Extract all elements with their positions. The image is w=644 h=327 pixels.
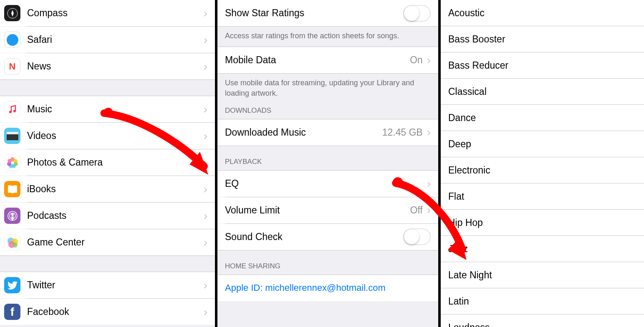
settings-panel: Compass › Safari › N News › Music › Vide… xyxy=(0,0,217,327)
apple-id-link[interactable]: Apple ID: michellerennex@hotmail.com xyxy=(225,282,386,293)
chevron-right-icon: › xyxy=(204,156,207,169)
chevron-right-icon: › xyxy=(427,54,431,67)
settings-row-safari[interactable]: Safari › xyxy=(0,27,215,53)
settings-label: iBooks xyxy=(27,183,204,195)
settings-row-twitter[interactable]: Twitter › xyxy=(0,272,215,298)
row-label: Show Star Ratings xyxy=(225,7,403,19)
settings-label: Photos & Camera xyxy=(27,157,204,168)
settings-row-gamecenter[interactable]: Game Center › xyxy=(0,229,215,255)
preset-label: Latin xyxy=(448,296,469,307)
svg-marker-1 xyxy=(11,10,14,17)
preset-label: Electronic xyxy=(448,165,490,176)
row-label: EQ xyxy=(225,178,427,189)
settings-label: Facebook xyxy=(27,306,204,317)
apple-id-row[interactable]: Apple ID: michellerennex@hotmail.com xyxy=(217,275,438,301)
eq-presets-panel: Acoustic Bass Booster Bass Reducer Class… xyxy=(441,0,644,327)
settings-row-photos[interactable]: Photos & Camera › xyxy=(0,149,215,176)
svg-rect-8 xyxy=(7,134,18,140)
preset-label: Loudness xyxy=(448,322,490,327)
preset-label: Acoustic xyxy=(448,7,484,19)
preset-label: Hip Hop xyxy=(448,217,483,228)
preset-label: Flat xyxy=(448,191,464,202)
settings-label: Videos xyxy=(27,130,204,141)
eq-preset-hip-hop[interactable]: Hip Hop xyxy=(441,210,644,236)
settings-row-facebook[interactable]: f Facebook › xyxy=(0,299,215,325)
settings-label: Podcasts xyxy=(27,210,204,221)
videos-icon xyxy=(4,128,20,144)
section-gap xyxy=(0,255,215,272)
settings-row-news[interactable]: N News › xyxy=(0,53,215,79)
row-label: Mobile Data xyxy=(225,54,410,66)
chevron-right-icon: › xyxy=(204,183,207,196)
eq-row[interactable]: EQ › xyxy=(217,171,438,197)
settings-label: Music xyxy=(27,104,204,115)
home-sharing-header: HOME SHARING xyxy=(217,250,438,275)
downloads-header: DOWNLOADS xyxy=(217,104,438,119)
music-settings-panel: Show Star Ratings Access star ratings fr… xyxy=(217,0,441,327)
settings-label: News xyxy=(27,61,204,72)
preset-label: Bass Booster xyxy=(448,34,505,45)
ibooks-icon xyxy=(4,181,20,197)
photos-icon xyxy=(4,154,20,171)
gamecenter-icon xyxy=(4,234,20,250)
star-ratings-toggle[interactable] xyxy=(403,5,431,22)
eq-preset-loudness[interactable]: Loudness xyxy=(441,315,644,327)
settings-label: Compass xyxy=(27,7,204,19)
eq-preset-acoustic[interactable]: Acoustic xyxy=(441,0,644,26)
volume-limit-row[interactable]: Volume Limit Off › xyxy=(217,197,438,223)
chevron-right-icon: › xyxy=(204,236,207,249)
chevron-right-icon: › xyxy=(427,126,431,139)
preset-label: Jazz xyxy=(448,243,468,255)
svg-rect-9 xyxy=(7,132,18,134)
chevron-right-icon: › xyxy=(204,33,207,47)
preset-label: Dance xyxy=(448,112,476,124)
svg-point-2 xyxy=(7,34,18,46)
chevron-right-icon: › xyxy=(427,203,431,217)
svg-point-23 xyxy=(12,243,17,248)
mobile-data-row[interactable]: Mobile Data On › xyxy=(217,47,438,73)
eq-preset-bass-booster[interactable]: Bass Booster xyxy=(441,26,644,52)
show-star-ratings-row[interactable]: Show Star Ratings xyxy=(217,0,438,26)
sound-check-toggle[interactable] xyxy=(403,228,431,245)
row-value: On xyxy=(410,54,423,66)
svg-point-6 xyxy=(13,110,16,112)
eq-preset-dance[interactable]: Dance xyxy=(441,105,644,131)
row-label: Downloaded Music xyxy=(225,127,382,138)
eq-preset-bass-reducer[interactable]: Bass Reducer xyxy=(441,52,644,79)
eq-preset-electronic[interactable]: Electronic xyxy=(441,157,644,183)
settings-label: Twitter xyxy=(27,280,204,291)
playback-header: PLAYBACK xyxy=(217,146,438,170)
settings-row-videos[interactable]: Videos › xyxy=(0,123,215,149)
chevron-right-icon: › xyxy=(427,177,431,190)
sound-check-row[interactable]: Sound Check xyxy=(217,224,438,250)
settings-row-music[interactable]: Music › xyxy=(0,96,215,122)
podcasts-icon xyxy=(4,208,20,224)
chevron-right-icon: › xyxy=(204,209,207,223)
settings-row-podcasts[interactable]: Podcasts › xyxy=(0,203,215,229)
svg-point-16 xyxy=(7,159,12,163)
chevron-right-icon: › xyxy=(204,103,207,116)
eq-preset-latin[interactable]: Latin xyxy=(441,288,644,315)
row-label: Volume Limit xyxy=(225,205,410,216)
news-icon: N xyxy=(4,58,20,74)
downloaded-music-row[interactable]: Downloaded Music 12.45 GB › xyxy=(217,119,438,146)
eq-preset-jazz[interactable]: Jazz xyxy=(441,236,644,262)
chevron-right-icon: › xyxy=(204,129,207,143)
safari-icon xyxy=(4,32,20,48)
preset-label: Late Night xyxy=(448,270,492,281)
twitter-icon xyxy=(4,277,20,293)
music-icon xyxy=(4,101,20,117)
chevron-right-icon: › xyxy=(204,60,207,73)
eq-preset-deep[interactable]: Deep xyxy=(441,131,644,157)
chevron-right-icon: › xyxy=(204,279,207,292)
settings-row-ibooks[interactable]: iBooks › xyxy=(0,176,215,202)
eq-preset-classical[interactable]: Classical xyxy=(441,79,644,105)
eq-preset-flat[interactable]: Flat xyxy=(441,183,644,210)
facebook-icon: f xyxy=(4,304,20,320)
settings-label: Safari xyxy=(27,34,204,45)
settings-row-compass[interactable]: Compass › xyxy=(0,0,215,26)
section-gap xyxy=(0,79,215,96)
svg-point-5 xyxy=(9,111,12,113)
eq-preset-late-night[interactable]: Late Night xyxy=(441,262,644,288)
settings-label: Game Center xyxy=(27,237,204,248)
